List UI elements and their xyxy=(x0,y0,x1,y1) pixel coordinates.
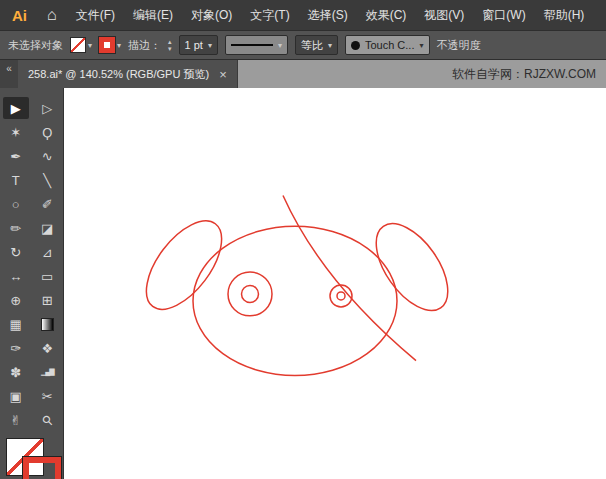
menu-view[interactable]: 视图(V) xyxy=(415,0,473,30)
line-segment-tool[interactable]: ╲ xyxy=(34,169,60,191)
zoom-tool[interactable]: ⚲ xyxy=(30,403,64,437)
fill-color-control[interactable]: ▾ xyxy=(70,37,92,53)
stroke-style-combo[interactable]: ▾ xyxy=(225,35,288,55)
eyedropper-tool[interactable]: ✑ xyxy=(3,337,29,359)
menu-window[interactable]: 窗口(W) xyxy=(473,0,534,30)
selection-tool[interactable]: ▶ xyxy=(3,97,29,119)
stroke-style-caret-icon[interactable]: ▾ xyxy=(278,41,282,50)
stroke-weight-value: 1 pt xyxy=(185,39,203,51)
artboard-canvas[interactable] xyxy=(64,88,606,479)
left-eye-outer-shape xyxy=(228,272,272,316)
perspective-grid-tool[interactable]: ⊞ xyxy=(34,289,60,311)
gradient-tool[interactable] xyxy=(34,313,60,335)
illustrator-logo[interactable]: Ai xyxy=(0,7,37,24)
stroke-swatch[interactable] xyxy=(23,457,61,479)
tools-panel: ▶▷✶Ϙ✒∿T╲○✐✏◪↻⊿↔▭⊕⊞▦✑❖✽▁▄▇▣✂✌⚲ xyxy=(0,88,64,479)
curvature-tool[interactable]: ∿ xyxy=(34,145,60,167)
menu-effect[interactable]: 效果(C) xyxy=(357,0,416,30)
type-tool[interactable]: T xyxy=(3,169,29,191)
selection-status: 未选择对象 xyxy=(8,38,63,53)
stepper-down-icon[interactable]: ▾ xyxy=(168,45,172,52)
stroke-color-swatch-icon[interactable] xyxy=(99,37,115,53)
direct-selection-tool[interactable]: ▷ xyxy=(34,97,60,119)
stroke-weight-label: 描边： xyxy=(128,38,161,53)
scale-tool[interactable]: ⊿ xyxy=(34,241,60,263)
lasso-tool[interactable]: Ϙ xyxy=(34,121,60,143)
free-transform-tool[interactable]: ▭ xyxy=(34,265,60,287)
document-tab[interactable]: 258.ai* @ 140.52% (RGB/GPU 预览) × xyxy=(18,60,238,88)
tab-close-icon[interactable]: × xyxy=(219,67,227,82)
stroke-weight-stepper[interactable]: ▴ ▾ xyxy=(168,38,172,52)
stroke-weight-combo[interactable]: 1 pt ▾ xyxy=(179,35,218,55)
puppy-sketch xyxy=(64,88,606,479)
blend-tool[interactable]: ❖ xyxy=(34,337,60,359)
width-profile-combo[interactable]: 等比 ▾ xyxy=(295,35,338,55)
pen-tool[interactable]: ✒ xyxy=(3,145,29,167)
width-profile-caret-icon[interactable]: ▾ xyxy=(328,41,332,50)
tab-strip-spacer: 软件自学网：RJZXW.COM xyxy=(238,60,606,88)
home-icon[interactable]: ⌂ xyxy=(37,6,67,24)
tool-grid: ▶▷✶Ϙ✒∿T╲○✐✏◪↻⊿↔▭⊕⊞▦✑❖✽▁▄▇▣✂✌⚲ xyxy=(0,96,63,432)
stroke-weight-caret-icon[interactable]: ▾ xyxy=(208,41,212,50)
ellipse-tool[interactable]: ○ xyxy=(3,193,29,215)
shape-builder-tool[interactable]: ⊕ xyxy=(3,289,29,311)
menu-select[interactable]: 选择(S) xyxy=(299,0,357,30)
eraser-tool[interactable]: ◪ xyxy=(34,217,60,239)
document-tab-title: 258.ai* @ 140.52% (RGB/GPU 预览) xyxy=(28,67,209,82)
main-area: ▶▷✶Ϙ✒∿T╲○✐✏◪↻⊿↔▭⊕⊞▦✑❖✽▁▄▇▣✂✌⚲ xyxy=(0,88,606,479)
menu-file[interactable]: 文件(F) xyxy=(67,0,124,30)
gradient-swatch-icon xyxy=(41,318,54,331)
rotate-tool[interactable]: ↻ xyxy=(3,241,29,263)
toolbar-collapse-button[interactable]: « xyxy=(0,60,18,88)
control-bar: 未选择对象 ▾ ▾ 描边： ▴ ▾ 1 pt ▾ ▾ 等比 ▾ Tou xyxy=(0,30,606,60)
artboard-tool[interactable]: ▣ xyxy=(3,385,29,407)
pencil-tool[interactable]: ✏ xyxy=(3,217,29,239)
toolbar-color-swatches xyxy=(6,438,62,479)
left-ear-shape xyxy=(132,208,236,322)
brush-caret-icon[interactable]: ▾ xyxy=(419,41,423,50)
menu-bar: Ai ⌂ 文件(F)编辑(E)对象(O)文字(T)选择(S)效果(C)视图(V)… xyxy=(0,0,606,30)
fill-none-swatch-icon[interactable] xyxy=(70,37,86,53)
menu-help[interactable]: 帮助(H) xyxy=(535,0,594,30)
menu-list: 文件(F)编辑(E)对象(O)文字(T)选择(S)效果(C)视图(V)窗口(W)… xyxy=(67,0,594,30)
menu-edit[interactable]: 编辑(E) xyxy=(124,0,182,30)
left-eye-inner-shape xyxy=(242,285,259,302)
watermark-text: 软件自学网：RJZXW.COM xyxy=(452,66,596,83)
stepper-up-icon[interactable]: ▴ xyxy=(168,38,172,45)
head-shape xyxy=(193,226,397,375)
hand-tool[interactable]: ✌ xyxy=(3,409,29,431)
column-graph-tool[interactable]: ▁▄▇ xyxy=(34,361,60,383)
mesh-tool[interactable]: ▦ xyxy=(3,313,29,335)
document-tab-bar: « 258.ai* @ 140.52% (RGB/GPU 预览) × 软件自学网… xyxy=(0,60,606,88)
stroke-style-line-icon xyxy=(231,44,273,46)
brush-definition-combo[interactable]: Touch C... ▾ xyxy=(345,35,430,55)
paintbrush-tool[interactable]: ✐ xyxy=(34,193,60,215)
width-profile-value: 等比 xyxy=(301,38,323,53)
magic-wand-tool[interactable]: ✶ xyxy=(3,121,29,143)
diagonal-guide-line xyxy=(283,195,416,360)
width-tool[interactable]: ↔ xyxy=(3,265,29,287)
opacity-label: 不透明度 xyxy=(437,38,481,53)
menu-object[interactable]: 对象(O) xyxy=(182,0,241,30)
menu-type[interactable]: 文字(T) xyxy=(241,0,298,30)
brush-preview-icon xyxy=(351,41,360,50)
stroke-dropdown-caret-icon[interactable]: ▾ xyxy=(117,41,121,50)
stroke-color-control[interactable]: ▾ xyxy=(99,37,121,53)
illustrator-window: Ai ⌂ 文件(F)编辑(E)对象(O)文字(T)选择(S)效果(C)视图(V)… xyxy=(0,0,606,479)
right-ear-shape xyxy=(362,211,462,322)
right-eye-inner-shape xyxy=(337,292,345,300)
fill-dropdown-caret-icon[interactable]: ▾ xyxy=(88,41,92,50)
symbol-sprayer-tool[interactable]: ✽ xyxy=(3,361,29,383)
brush-name: Touch C... xyxy=(365,39,415,51)
